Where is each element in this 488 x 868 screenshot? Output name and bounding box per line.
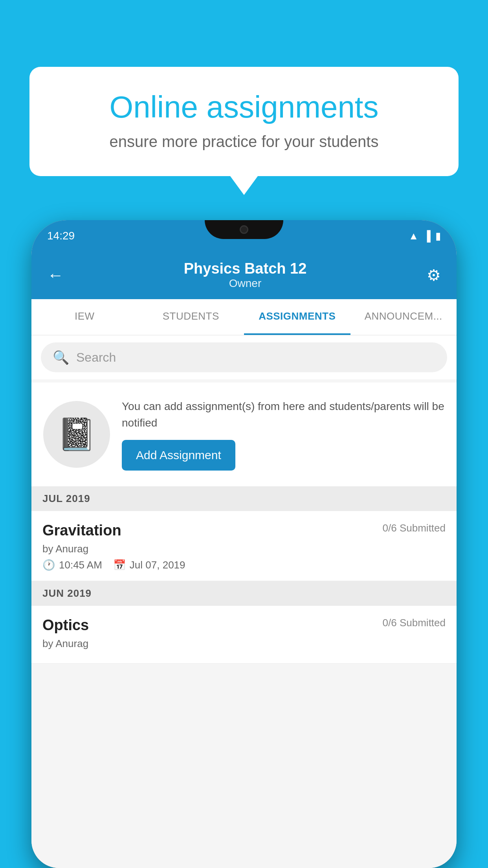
battery-icon: ▮ bbox=[435, 230, 441, 242]
phone-content: 🔍 Search 📓 You can add assignment(s) fro… bbox=[31, 335, 457, 868]
tab-announcements[interactable]: ANNOUNCEM... bbox=[350, 299, 457, 335]
section-header-jul: JUL 2019 bbox=[31, 486, 457, 511]
promo-description: You can add assignment(s) from here and … bbox=[122, 398, 445, 431]
header-title: Physics Batch 12 bbox=[184, 260, 307, 277]
assignment-meta-gravitation: 🕐 10:45 AM 📅 Jul 07, 2019 bbox=[42, 559, 446, 571]
tab-students[interactable]: STUDENTS bbox=[138, 299, 244, 335]
status-icons: ▲ ▐ ▮ bbox=[409, 230, 441, 242]
add-assignment-button[interactable]: Add Assignment bbox=[122, 440, 235, 471]
assignment-item-optics[interactable]: Optics 0/6 Submitted by Anurag bbox=[31, 606, 457, 664]
tabs-container: IEW STUDENTS ASSIGNMENTS ANNOUNCEM... bbox=[31, 299, 457, 335]
assignment-top-optics: Optics 0/6 Submitted bbox=[42, 617, 446, 634]
notebook-icon: 📓 bbox=[57, 416, 96, 453]
camera-dot bbox=[240, 225, 248, 234]
back-button[interactable]: ← bbox=[47, 266, 64, 285]
promo-right: You can add assignment(s) from here and … bbox=[122, 398, 445, 471]
bubble-subtitle: ensure more practice for your students bbox=[57, 133, 431, 151]
assignment-top: Gravitation 0/6 Submitted bbox=[42, 522, 446, 539]
promo-section: 📓 You can add assignment(s) from here an… bbox=[31, 383, 457, 486]
header-center: Physics Batch 12 Owner bbox=[184, 260, 307, 290]
assignment-date-gravitation: Jul 07, 2019 bbox=[130, 559, 185, 571]
section-header-jun: JUN 2019 bbox=[31, 581, 457, 606]
assignment-title-gravitation: Gravitation bbox=[42, 522, 121, 539]
meta-time-gravitation: 🕐 10:45 AM bbox=[42, 559, 102, 571]
assignment-time-gravitation: 10:45 AM bbox=[59, 559, 102, 571]
meta-date-gravitation: 📅 Jul 07, 2019 bbox=[113, 559, 185, 571]
promo-icon-circle: 📓 bbox=[43, 401, 110, 468]
assignment-by-optics: by Anurag bbox=[42, 638, 446, 650]
bubble-title: Online assignments bbox=[57, 90, 431, 124]
clock-icon: 🕐 bbox=[42, 559, 55, 571]
assignment-item-gravitation[interactable]: Gravitation 0/6 Submitted by Anurag 🕐 10… bbox=[31, 511, 457, 581]
tab-assignments[interactable]: ASSIGNMENTS bbox=[244, 299, 350, 335]
gear-icon[interactable]: ⚙ bbox=[427, 266, 441, 284]
header-subtitle: Owner bbox=[184, 277, 307, 290]
app-header: ← Physics Batch 12 Owner ⚙ bbox=[31, 252, 457, 299]
speech-bubble: Online assignments ensure more practice … bbox=[29, 67, 459, 176]
wifi-icon: ▲ bbox=[409, 230, 419, 242]
assignment-by-gravitation: by Anurag bbox=[42, 543, 446, 555]
search-bar[interactable]: 🔍 Search bbox=[41, 342, 447, 372]
assignment-submitted-gravitation: 0/6 Submitted bbox=[383, 522, 446, 534]
speech-bubble-container: Online assignments ensure more practice … bbox=[29, 67, 459, 176]
search-container: 🔍 Search bbox=[31, 335, 457, 379]
status-bar: 14:29 ▲ ▐ ▮ bbox=[31, 220, 457, 252]
phone-frame: 14:29 ▲ ▐ ▮ ← Physics Batch 12 Owner ⚙ I… bbox=[31, 220, 457, 868]
calendar-icon: 📅 bbox=[113, 559, 126, 571]
status-time: 14:29 bbox=[47, 230, 75, 242]
assignment-submitted-optics: 0/6 Submitted bbox=[383, 617, 446, 629]
search-placeholder: Search bbox=[76, 350, 116, 365]
assignment-title-optics: Optics bbox=[42, 617, 89, 634]
signal-icon: ▐ bbox=[424, 230, 431, 242]
phone-inner: 14:29 ▲ ▐ ▮ ← Physics Batch 12 Owner ⚙ I… bbox=[31, 220, 457, 868]
tab-iew[interactable]: IEW bbox=[31, 299, 138, 335]
search-icon: 🔍 bbox=[53, 349, 69, 365]
notch bbox=[205, 220, 283, 239]
